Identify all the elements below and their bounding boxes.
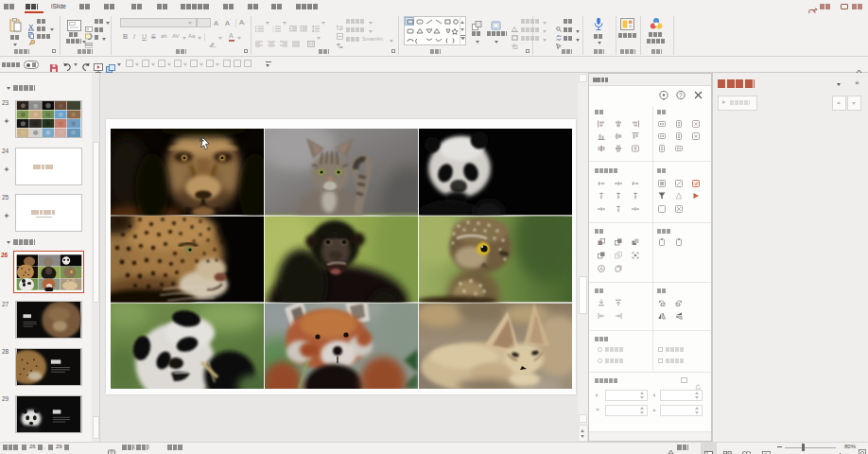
- svg-text:A: A: [599, 266, 603, 271]
- svg-text:?: ?: [679, 92, 683, 98]
- svg-text:2: 2: [272, 29, 274, 32]
- svg-text:1: 1: [272, 26, 274, 29]
